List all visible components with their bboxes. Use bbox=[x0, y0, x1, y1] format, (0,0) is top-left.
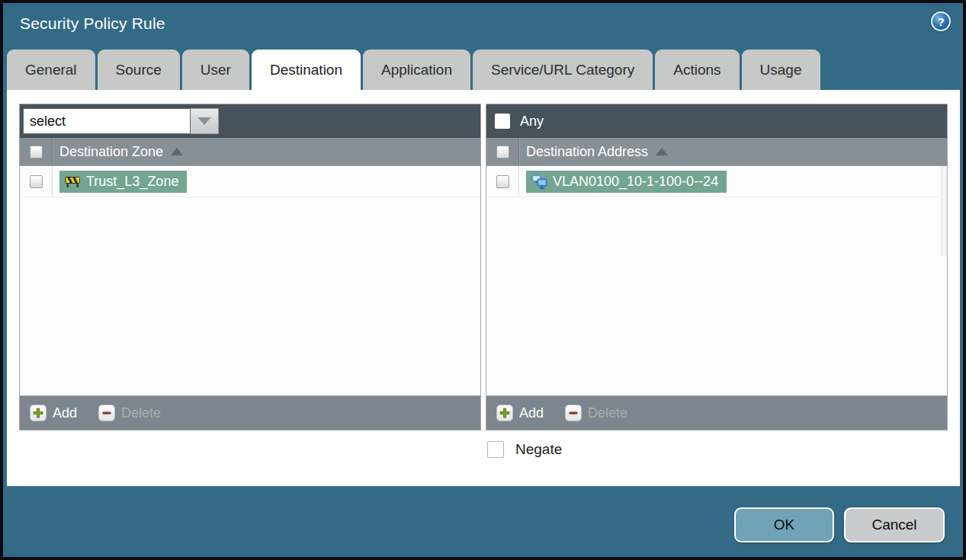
address-select-all-checkbox[interactable] bbox=[496, 146, 509, 158]
address-column-label: Destination Address bbox=[526, 144, 648, 160]
any-row: Any bbox=[486, 114, 544, 130]
delete-label: Delete bbox=[121, 405, 161, 421]
help-icon[interactable]: ? bbox=[931, 11, 951, 31]
zone-row-checkbox[interactable] bbox=[30, 175, 43, 188]
table-row[interactable]: Trust_L3_Zone bbox=[20, 166, 480, 197]
zone-item[interactable]: Trust_L3_Zone bbox=[59, 171, 187, 193]
zone-column-label: Destination Zone bbox=[59, 144, 163, 160]
address-row-checkbox-cell bbox=[486, 166, 519, 197]
zone-select-combobox bbox=[23, 108, 219, 134]
destination-zone-panel: Destination Zone bbox=[19, 104, 481, 430]
tab-service-url-category[interactable]: Service/URL Category bbox=[473, 50, 653, 90]
address-row-checkbox[interactable] bbox=[496, 175, 509, 188]
any-label: Any bbox=[520, 114, 544, 130]
tab-actions[interactable]: Actions bbox=[655, 50, 739, 90]
address-select-all-cell bbox=[486, 138, 519, 165]
add-label: Add bbox=[53, 405, 77, 421]
tab-source[interactable]: Source bbox=[98, 50, 180, 90]
zone-barricade-icon bbox=[65, 175, 81, 188]
zone-list: Trust_L3_Zone bbox=[20, 166, 480, 395]
cancel-button[interactable]: Cancel bbox=[844, 507, 945, 542]
zone-select-all-checkbox[interactable] bbox=[30, 146, 43, 158]
zone-select-dropdown-button[interactable] bbox=[191, 108, 219, 134]
address-panel-footer: Add Delete bbox=[486, 395, 947, 430]
sort-ascending-icon bbox=[171, 148, 183, 155]
minus-icon bbox=[565, 405, 582, 421]
minus-icon bbox=[98, 405, 115, 421]
destination-tab-content: Destination Zone bbox=[7, 90, 960, 486]
zone-row-checkbox-cell bbox=[20, 166, 53, 197]
plus-icon bbox=[496, 405, 513, 421]
zone-select-all-cell bbox=[20, 138, 53, 165]
zone-panel-toolbar bbox=[20, 104, 480, 138]
sort-ascending-icon bbox=[656, 148, 668, 155]
tab-bar: General Source User Destination Applicat… bbox=[7, 50, 820, 90]
negate-label: Negate bbox=[515, 441, 562, 458]
security-policy-rule-dialog: Security Policy Rule ? General Source Us… bbox=[0, 0, 966, 560]
vertical-scrollbar[interactable] bbox=[941, 166, 947, 256]
tab-general[interactable]: General bbox=[7, 50, 95, 90]
negate-checkbox[interactable] bbox=[487, 441, 504, 458]
zone-select-input[interactable] bbox=[23, 108, 191, 134]
tab-user[interactable]: User bbox=[182, 50, 249, 90]
tab-usage[interactable]: Usage bbox=[742, 50, 820, 90]
add-label: Add bbox=[519, 405, 544, 421]
delete-label: Delete bbox=[588, 405, 627, 421]
zone-item-label: Trust_L3_Zone bbox=[86, 174, 178, 190]
negate-row: Negate bbox=[487, 441, 562, 458]
chevron-down-icon bbox=[197, 117, 211, 125]
ok-button[interactable]: OK bbox=[734, 507, 834, 542]
zone-column-header[interactable]: Destination Zone bbox=[20, 138, 480, 166]
network-computers-icon bbox=[531, 174, 547, 189]
dialog-title: Security Policy Rule bbox=[20, 14, 165, 33]
zone-panel-footer: Add Delete bbox=[20, 395, 480, 430]
destination-address-panel: Any Destination Address bbox=[486, 104, 948, 430]
address-panel-toolbar: Any bbox=[486, 104, 947, 138]
address-item[interactable]: VLAN0100_10-1-100-0--24 bbox=[526, 171, 727, 193]
zone-delete-button[interactable]: Delete bbox=[98, 405, 161, 421]
table-row[interactable]: VLAN0100_10-1-100-0--24 bbox=[486, 166, 947, 197]
plus-icon bbox=[30, 405, 47, 421]
address-list: VLAN0100_10-1-100-0--24 bbox=[486, 166, 947, 395]
tab-application[interactable]: Application bbox=[363, 50, 470, 90]
address-delete-button[interactable]: Delete bbox=[565, 405, 627, 421]
zone-add-button[interactable]: Add bbox=[30, 405, 77, 421]
address-add-button[interactable]: Add bbox=[496, 405, 544, 421]
address-item-label: VLAN0100_10-1-100-0--24 bbox=[553, 174, 718, 190]
address-column-header[interactable]: Destination Address bbox=[486, 138, 947, 166]
any-checkbox[interactable] bbox=[495, 114, 510, 129]
tab-destination[interactable]: Destination bbox=[252, 50, 361, 90]
